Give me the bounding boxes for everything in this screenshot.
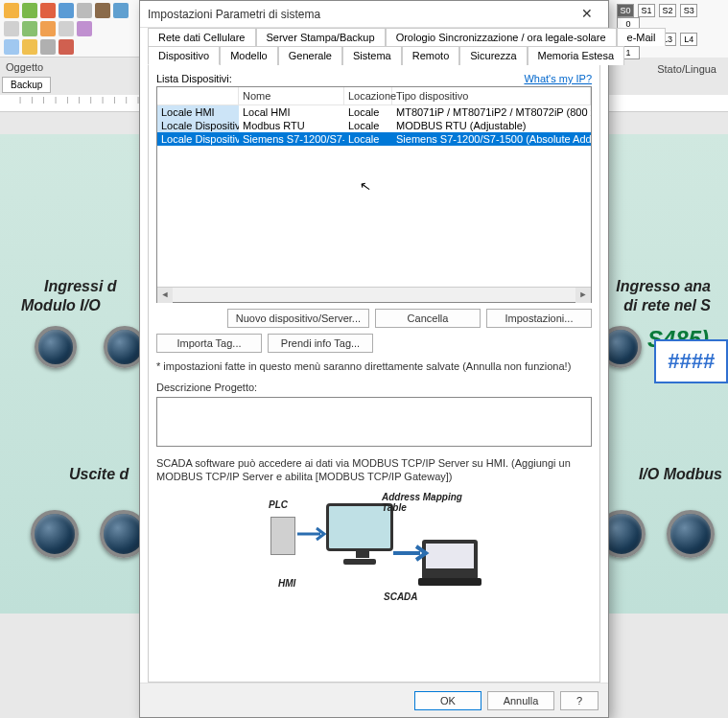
row-nome: Modbus RTU bbox=[239, 119, 344, 132]
hmi-button[interactable] bbox=[31, 510, 79, 558]
tool-icon[interactable] bbox=[113, 3, 129, 18]
arrow-icon bbox=[295, 524, 328, 544]
section-rete: di rete nel S bbox=[623, 297, 711, 314]
scada-diagram: PLC HMI SCADA Address Mapping Table bbox=[156, 492, 592, 607]
scroll-left-icon[interactable]: ◄ bbox=[157, 288, 173, 303]
hmi-label: HMI bbox=[278, 578, 295, 589]
dialog-title: Impostazioni Parametri di sistema bbox=[148, 8, 574, 21]
tab-sistema[interactable]: Sistema bbox=[342, 46, 402, 65]
section-uscite: Uscite d bbox=[69, 466, 129, 483]
tool-icon[interactable] bbox=[77, 21, 92, 36]
tool-icon[interactable] bbox=[40, 21, 56, 36]
horizontal-scrollbar[interactable]: ◄ ► bbox=[157, 287, 591, 302]
delete-button[interactable]: Cancella bbox=[375, 309, 481, 328]
lista-label: Lista Dispositivi: bbox=[156, 73, 232, 84]
tool-icon[interactable] bbox=[4, 21, 19, 36]
tool-icon[interactable] bbox=[59, 21, 74, 36]
col-blank bbox=[157, 87, 239, 104]
backup-tab[interactable]: Backup bbox=[2, 77, 51, 93]
value-box[interactable]: #### bbox=[654, 339, 728, 383]
tab-email[interactable]: e-Mail bbox=[617, 28, 667, 46]
tool-icon[interactable] bbox=[59, 3, 74, 18]
hmi-button[interactable] bbox=[667, 510, 715, 558]
dialog-footer: OK Annulla ? bbox=[140, 683, 608, 717]
whats-my-ip-link[interactable]: What's my IP? bbox=[524, 73, 592, 84]
section-modulo: Modulo I/O bbox=[21, 297, 101, 314]
new-device-button[interactable]: Nuovo dispositivo/Server... bbox=[227, 309, 369, 328]
device-row[interactable]: Locale Dispositivo 3 Modbus RTU Locale M… bbox=[157, 119, 591, 132]
tab-memoria[interactable]: Memoria Estesa bbox=[528, 46, 624, 65]
scroll-right-icon[interactable]: ► bbox=[575, 288, 591, 303]
tab-dispositivo[interactable]: Dispositivo bbox=[148, 46, 220, 65]
section-ingresso-an: Ingresso ana bbox=[616, 278, 711, 295]
hmi-button[interactable] bbox=[35, 326, 77, 368]
save-note: * impostazioni fatte in questo menù sara… bbox=[156, 360, 592, 372]
row-nome: Local HMI bbox=[239, 105, 344, 119]
row-key: Locale Dispositivo 4 bbox=[157, 132, 239, 146]
scada-label: SCADA bbox=[384, 591, 418, 602]
scada-info-text: SCADA software può accedere ai dati via … bbox=[156, 456, 592, 484]
plc-label: PLC bbox=[269, 499, 288, 510]
tool-icon[interactable] bbox=[22, 3, 37, 18]
tab-sicurezza[interactable]: Sicurezza bbox=[459, 46, 527, 65]
amt-label: Address Mapping Table bbox=[382, 492, 480, 513]
row-tipo: MODBUS RTU (Adjustable) bbox=[392, 119, 591, 132]
status-s3[interactable]: S3 bbox=[680, 4, 697, 17]
section-io-modbus: I/O Modbus bbox=[639, 466, 722, 483]
tool-icon[interactable] bbox=[4, 39, 19, 55]
stato-lingua-label: Stato/Lingua bbox=[617, 63, 724, 75]
tab-content: Lista Dispositivi: What's my IP? Nome Lo… bbox=[148, 65, 600, 683]
section-ingressi: Ingressi d bbox=[44, 278, 117, 295]
tool-icon[interactable] bbox=[77, 3, 92, 18]
row-loc: Locale bbox=[344, 105, 392, 119]
arrow-icon bbox=[391, 542, 430, 565]
laptop-icon bbox=[422, 540, 478, 580]
tool-icon[interactable] bbox=[40, 3, 56, 18]
dialog-titlebar[interactable]: Impostazioni Parametri di sistema ✕ bbox=[140, 1, 608, 28]
tab-stampa[interactable]: Server Stampa/Backup bbox=[256, 28, 386, 46]
tool-icon[interactable] bbox=[59, 39, 74, 55]
row-tipo: Siemens S7-1200/S7-1500 (Absolute Addres… bbox=[392, 132, 591, 146]
tab-generale[interactable]: Generale bbox=[278, 46, 342, 65]
tab-cellulare[interactable]: Rete dati Cellulare bbox=[148, 28, 256, 46]
description-textarea[interactable] bbox=[156, 397, 592, 447]
status-s0[interactable]: S0 bbox=[617, 4, 634, 17]
col-locazione[interactable]: Locazione bbox=[344, 87, 392, 104]
description-label: Descrizione Progetto: bbox=[156, 382, 592, 393]
tool-icon[interactable] bbox=[40, 39, 56, 55]
monitor-base-icon bbox=[343, 559, 376, 565]
plc-icon bbox=[270, 517, 295, 555]
tool-icon[interactable] bbox=[22, 21, 37, 36]
status-s2[interactable]: S2 bbox=[659, 4, 676, 17]
import-tag-button[interactable]: Importa Tag... bbox=[156, 334, 262, 353]
row-loc: Locale bbox=[344, 132, 392, 146]
device-row-selected[interactable]: Locale Dispositivo 4 Siemens S7-1200/S7-… bbox=[157, 132, 591, 146]
tool-icon[interactable] bbox=[22, 39, 37, 55]
device-row[interactable]: Locale HMI Local HMI Locale MT8071iP / M… bbox=[157, 105, 591, 119]
row-tipo: MT8071iP / MT8071iP2 / MT8072iP (800 x 4… bbox=[392, 105, 591, 119]
annulla-button[interactable]: Annulla bbox=[487, 691, 554, 710]
row-key: Locale HMI bbox=[157, 105, 239, 119]
device-list-body: Locale HMI Local HMI Locale MT8071iP / M… bbox=[157, 105, 591, 287]
tab-modello[interactable]: Modello bbox=[220, 46, 278, 65]
tool-icon[interactable] bbox=[4, 3, 19, 18]
tab-remoto[interactable]: Remoto bbox=[402, 46, 460, 65]
tab-strip: Rete dati Cellulare Server Stampa/Backup… bbox=[140, 28, 608, 65]
row-loc: Locale bbox=[344, 119, 392, 132]
close-button[interactable]: ✕ bbox=[574, 4, 600, 25]
device-list[interactable]: Nome Locazione Tipo dispositivo Locale H… bbox=[156, 86, 592, 303]
tab-orologio[interactable]: Orologio Sincronizzazione / ora legale-s… bbox=[386, 28, 617, 46]
row-nome: Siemens S7-1200/S7-1500 bbox=[239, 132, 344, 146]
help-button[interactable]: ? bbox=[560, 691, 599, 710]
get-tag-info-button[interactable]: Prendi info Tag... bbox=[268, 334, 373, 353]
device-list-header: Nome Locazione Tipo dispositivo bbox=[157, 87, 591, 105]
tool-icon[interactable] bbox=[95, 3, 110, 18]
settings-button[interactable]: Impostazioni... bbox=[486, 309, 592, 328]
col-tipo[interactable]: Tipo dispositivo bbox=[392, 87, 591, 104]
row-key: Locale Dispositivo 3 bbox=[157, 119, 239, 132]
col-nome[interactable]: Nome bbox=[239, 87, 344, 104]
system-params-dialog: Impostazioni Parametri di sistema ✕ Rete… bbox=[139, 0, 609, 718]
ok-button[interactable]: OK bbox=[414, 691, 481, 710]
status-s1[interactable]: S1 bbox=[638, 4, 655, 17]
status-l4[interactable]: L4 bbox=[680, 33, 697, 46]
